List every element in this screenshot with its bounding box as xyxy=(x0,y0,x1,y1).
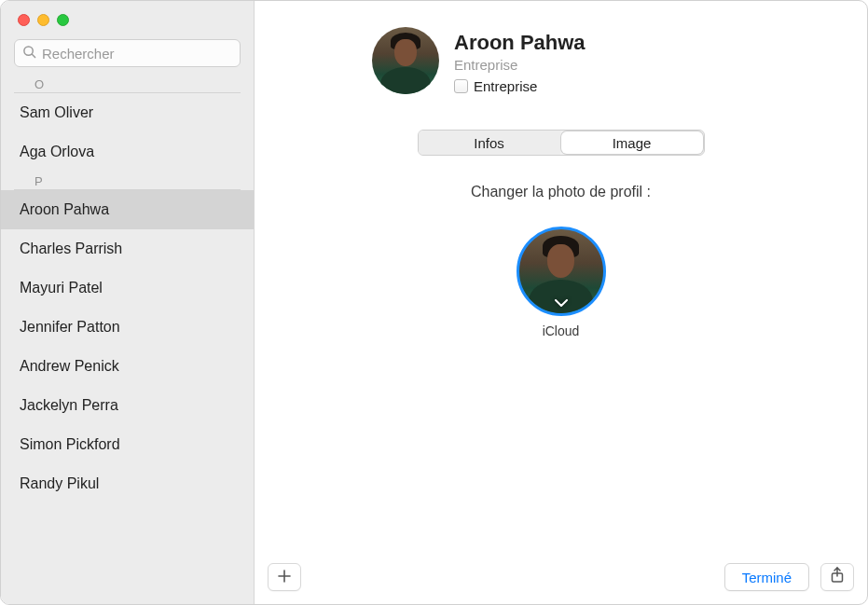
share-button[interactable] xyxy=(820,563,854,591)
tab-infos[interactable]: Infos xyxy=(419,131,560,155)
contact-item[interactable]: Mayuri Patel xyxy=(1,268,254,308)
footer-toolbar: Terminé xyxy=(268,563,854,591)
search-field[interactable] xyxy=(14,39,241,67)
profile-photo-section: iCloud xyxy=(517,227,606,338)
contact-card: Aroon Pahwa Entreprise Entreprise Infos … xyxy=(255,1,867,604)
company-row: Entreprise xyxy=(454,78,586,94)
fullscreen-button[interactable] xyxy=(57,14,69,26)
profile-photo-thumbnail[interactable] xyxy=(517,227,606,316)
plus-icon xyxy=(277,565,292,589)
contact-item[interactable]: Aga Orlova xyxy=(1,132,254,172)
contact-item[interactable]: Jackelyn Perra xyxy=(1,386,254,425)
svg-line-1 xyxy=(32,54,34,57)
search-icon xyxy=(22,45,36,62)
company-checkbox-label: Entreprise xyxy=(474,78,537,94)
card-header: Aroon Pahwa Entreprise Entreprise xyxy=(372,27,839,94)
contact-item[interactable]: Charles Parrish xyxy=(1,229,254,268)
sidebar: O Sam Oliver Aga Orlova P Aroon Pahwa Ch… xyxy=(1,1,255,604)
minimize-button[interactable] xyxy=(37,14,49,26)
share-icon xyxy=(830,567,845,587)
contact-item[interactable]: Jennifer Patton xyxy=(1,308,254,347)
section-header-p: P xyxy=(14,172,241,190)
segmented-control: Infos Image xyxy=(418,130,705,156)
header-text: Aroon Pahwa Entreprise Entreprise xyxy=(454,27,586,94)
contact-list[interactable]: O Sam Oliver Aga Orlova P Aroon Pahwa Ch… xyxy=(1,75,254,604)
contact-item[interactable]: Andrew Penick xyxy=(1,347,254,386)
tab-image[interactable]: Image xyxy=(561,131,703,154)
search-input[interactable] xyxy=(42,46,232,62)
done-button[interactable]: Terminé xyxy=(724,563,809,591)
company-subtitle: Entreprise xyxy=(454,57,586,73)
change-profile-label: Changer la photo de profil : xyxy=(282,184,839,200)
contact-item[interactable]: Simon Pickford xyxy=(1,425,254,464)
contact-item[interactable]: Sam Oliver xyxy=(1,93,254,132)
contacts-window: O Sam Oliver Aga Orlova P Aroon Pahwa Ch… xyxy=(0,0,868,605)
search-container xyxy=(1,35,254,75)
add-button[interactable] xyxy=(268,563,301,591)
section-header-o: O xyxy=(14,75,241,93)
contact-avatar[interactable] xyxy=(372,27,439,94)
window-controls xyxy=(1,1,254,35)
chevron-down-icon xyxy=(555,297,568,310)
close-button[interactable] xyxy=(18,14,30,26)
contact-item[interactable]: Randy Pikul xyxy=(1,464,254,503)
company-checkbox[interactable] xyxy=(454,79,468,93)
contact-item[interactable]: Aroon Pahwa xyxy=(1,190,254,229)
contact-name[interactable]: Aroon Pahwa xyxy=(454,31,586,55)
photo-source-label: iCloud xyxy=(517,323,606,338)
